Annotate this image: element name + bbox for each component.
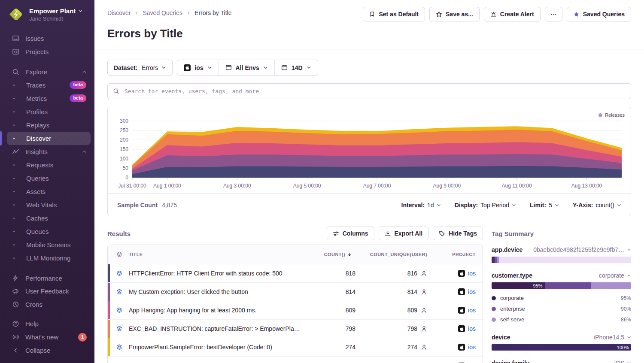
tag-value-selector[interactable]: corporate [536,272,631,279]
tag-value-selector[interactable]: iOS [533,360,631,363]
more-options-button[interactable] [545,7,562,21]
chevron-right-icon [186,11,191,15]
sidebar-item-web-vitals[interactable]: Web Vitals [7,198,91,212]
limit-selector[interactable]: Limit: 5 [530,202,559,209]
columns-button[interactable]: Columns [327,227,374,240]
set-as-default-button[interactable]: Set as Default [363,7,425,21]
row-project: ios [433,270,483,277]
sidebar-item-projects[interactable]: Projects [0,45,94,58]
stack-events-icon[interactable] [110,289,129,295]
search-input[interactable] [124,88,626,95]
apple-icon [458,288,465,295]
tag-value-text: corporate [599,272,624,279]
tag-breakdown-item[interactable]: corporate95% [492,293,631,303]
sidebar-item-traces[interactable]: Tracesbeta [7,79,91,92]
tag-item-percent: 86% [621,317,631,323]
legend-dot [598,113,602,117]
stack-events-icon[interactable] [110,307,129,313]
sidebar-item-assets[interactable]: Assets [7,185,91,198]
tag-breakdown-item[interactable]: enterprise90% [492,303,631,314]
legend-releases[interactable]: Releases [598,112,625,118]
tag-breakdown-item[interactable]: self-serve86% [492,314,631,325]
row-count: 809 [307,307,358,314]
sidebar-item-mobile-screens[interactable]: Mobile Screens [7,238,91,251]
bullet-icon [13,257,15,259]
dataset-selector[interactable]: Dataset: Errors [107,60,173,76]
tag-item-percent: 90% [621,306,631,312]
sidebar-item-user-feedback[interactable]: User Feedback [0,285,94,298]
row-project: ios [433,325,483,332]
breadcrumb-discover[interactable]: Discover [107,9,131,16]
bullet-icon [13,204,15,206]
megaphone-icon [12,287,19,295]
svg-text:Aug 9 00:00: Aug 9 00:00 [433,183,461,189]
tag-value-text: 0baebc0de4982f1255f2e9e9fb7… [533,246,624,253]
sidebar-item-requests[interactable]: Requests [7,158,91,172]
chevron-down-icon [307,65,311,70]
siren-icon [490,11,497,18]
project-link[interactable]: ios [468,307,476,314]
sidebar-section-explore[interactable]: Explore [0,65,94,79]
chevron-down-icon [617,203,621,207]
environment-filter[interactable]: All Envs [219,60,274,75]
sidebar-item-issues[interactable]: Issues [0,32,94,45]
column-header-project[interactable]: PROJECT [433,252,483,257]
sidebar-item-replays[interactable]: Replays [7,118,91,132]
svg-text:Aug 13 00:00: Aug 13 00:00 [571,183,602,189]
sidebar-item-queries[interactable]: Queries [7,172,91,185]
tag-dot-icon [492,296,496,300]
project-filter[interactable]: ios [177,60,218,75]
interval-selector[interactable]: Interval: 1d [401,202,441,209]
y-axis-selector[interactable]: Y-Axis: count() [573,202,621,209]
apple-icon [458,325,465,332]
app-root: Empower Plant Jane Schmidt Issues Projec… [0,0,644,363]
sidebar-item-whats-new[interactable]: What's new 1 [0,330,94,344]
sidebar-item-discover[interactable]: Discover [7,132,91,145]
sidebar-item-crons[interactable]: Crons [0,298,94,311]
project-link[interactable]: ios [468,270,476,277]
project-link[interactable]: ios [468,344,476,351]
sidebar-item-metrics[interactable]: Metricsbeta [7,92,91,105]
sidebar-item-help[interactable]: Help [0,317,94,330]
column-header-count[interactable]: COUNT() [307,252,358,257]
sidebar-item-performance[interactable]: Performance [0,272,94,285]
table-row: EmpowerPlant.SampleError: happyCustomer … [108,357,483,363]
chevron-down-icon [627,335,631,339]
sidebar-item-label: LLM Monitoring [26,254,70,262]
project-link[interactable]: ios [468,288,476,295]
org-switcher[interactable]: Empower Plant Jane Schmidt [0,0,94,27]
tag-header: app.device0baebc0de4982f1255f2e9e9fb7… [492,246,631,253]
sidebar-section-insights[interactable]: Insights [0,145,94,158]
sidebar-item-caches[interactable]: Caches [7,212,91,225]
project-link[interactable]: ios [468,325,476,332]
stack-events-icon[interactable] [110,326,129,332]
stack-events-icon[interactable] [110,344,129,350]
tag-summary-panel: Tag Summary app.device0baebc0de4982f1255… [492,227,631,363]
display-selector[interactable]: Display: Top Period [455,202,516,209]
sidebar-collapse-button[interactable]: Collapse [0,344,94,357]
stack-events-icon[interactable] [110,270,129,276]
graph-icon [12,148,19,155]
saved-queries-button[interactable]: Saved Queries [567,7,631,21]
table-row: My Custom exeption: User clicked the but… [108,283,483,301]
column-header-count-unique[interactable]: COUNT_UNIQUE(USER) [358,252,433,257]
save-as-button[interactable]: Save as... [429,7,480,21]
sidebar-item-profiles[interactable]: Profiles [7,105,91,118]
sidebar-item-label: Queues [26,228,49,235]
svg-text:200: 200 [120,137,128,143]
breadcrumb-saved-queries[interactable]: Saved Queries [143,9,182,16]
tag-value-selector[interactable]: 0baebc0de4982f1255f2e9e9fb7… [526,246,631,253]
row-project: ios [433,344,483,351]
tag-value-selector[interactable]: iPhone14,5 [514,334,631,341]
row-unique-value: 798 [407,325,417,332]
svg-text:250: 250 [120,127,128,133]
sidebar-item-queues[interactable]: Queues [7,225,91,238]
sidebar-item-llm-monitoring[interactable]: LLM Monitoring [7,251,91,265]
column-header-title[interactable]: TITLE [129,252,307,257]
date-range-filter[interactable]: 14D [274,60,318,75]
sidebar-item-label: Assets [26,188,46,195]
create-alert-button[interactable]: Create Alert [484,7,541,21]
breadcrumb-current: Errors by Title [194,9,231,16]
hide-tags-button[interactable]: Hide Tags [433,227,483,240]
export-all-button[interactable]: Export All [379,227,429,240]
